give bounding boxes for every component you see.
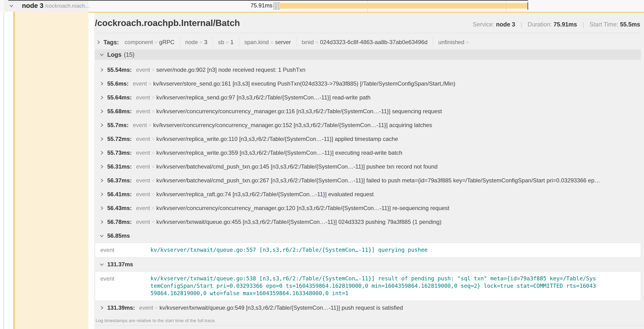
tag-item: sb=1	[218, 39, 234, 46]
tag-separator	[180, 38, 180, 47]
log-field-value: kv/kvserver/txnwait/queue.go:549 [n3,s3,…	[160, 304, 403, 311]
log-field-key: event	[95, 272, 150, 282]
chevron-right-icon[interactable]	[99, 192, 104, 197]
log-row[interactable]: 131.39ms:event=kv/kvserver/txnwait/queue…	[95, 301, 641, 315]
log-field-value: kv/kvserver/replica_raft.go:74 [n3,s3,r6…	[156, 191, 374, 198]
tag-equals: =	[315, 40, 318, 45]
tag-item: component=gRPC	[125, 39, 174, 46]
duration-label: Duration:	[528, 21, 552, 28]
log-field-key: event	[136, 218, 150, 225]
log-field-key: event	[136, 205, 150, 212]
log-timestamp: 55.7ms:	[107, 122, 128, 128]
tag-equals: =	[155, 40, 158, 45]
log-field-value: kv/kvserver/txnwait/queue.go:557 [n3,s3,…	[150, 243, 598, 254]
log-timestamp: 55.54ms:	[107, 66, 132, 73]
tag-value: 3	[204, 39, 207, 45]
chevron-right-icon[interactable]	[99, 164, 104, 169]
chevron-down-icon[interactable]	[99, 52, 104, 57]
log-row-expanded-header[interactable]: 131.37ms	[95, 258, 641, 271]
logs-list: 55.54ms:event=server/node.go:902 [n3] no…	[95, 63, 641, 323]
chevron-right-icon[interactable]	[99, 178, 104, 183]
tag-separator	[239, 38, 239, 47]
tag-equals: =	[270, 40, 274, 45]
tag-item: span.kind=server	[244, 39, 291, 46]
log-field-value: kv/kvserver/txnwait/queue.go:538 [n3,s3,…	[150, 272, 598, 297]
log-field-key: event	[133, 122, 147, 128]
log-equals: =	[152, 205, 154, 211]
chevron-right-icon[interactable]	[96, 40, 101, 45]
chevron-right-icon[interactable]	[99, 136, 104, 142]
log-timestamp: 56.31ms:	[107, 163, 132, 170]
log-field-value: kv/kvserver/txnwait/queue.go:455 [n3,s3,…	[156, 218, 442, 225]
log-field-key: event	[95, 243, 150, 254]
log-field-value: kv/kvserver/replica_send.go:97 [n3,s3,r6…	[156, 94, 370, 101]
tag-equals: =	[226, 40, 228, 45]
tag-item: unfinished=	[438, 39, 471, 46]
log-row[interactable]: 56.43ms:event=kv/kvserver/concurrency/co…	[95, 201, 641, 215]
log-row[interactable]: 55.6ms:event=kv/kvserver/store_send.go:1…	[95, 77, 641, 90]
tags-accordion[interactable]: Tags: component=gRPCnode=3sb=1span.kind=…	[95, 37, 470, 48]
log-row[interactable]: 56.31ms:event=kv/kvserver/batcheval/cmd_…	[95, 160, 641, 174]
chevron-right-icon[interactable]	[99, 122, 104, 128]
chevron-right-icon[interactable]	[99, 305, 104, 310]
tag-value: 1	[230, 39, 234, 45]
log-field-value: kv/kvserver/batcheval/cmd_push_txn.go:14…	[156, 163, 438, 170]
log-row[interactable]: 55.73ms:event=kv/kvserver/replica_write.…	[95, 146, 641, 160]
log-equals: =	[152, 136, 154, 142]
log-row[interactable]: 55.7ms:event=kv/kvserver/concurrency/con…	[95, 118, 641, 132]
chevron-down-icon[interactable]	[99, 262, 104, 267]
header-divider	[95, 33, 641, 33]
chevron-right-icon[interactable]	[99, 109, 104, 114]
log-equals: =	[152, 219, 154, 225]
log-row[interactable]: 56.37ms:event=kv/kvserver/batcheval/cmd_…	[95, 174, 641, 188]
log-detail-card: eventkv/kvserver/txnwait/queue.go:538 [n…	[95, 271, 641, 301]
log-row[interactable]: 55.64ms:event=kv/kvserver/replica_send.g…	[95, 90, 641, 104]
log-field-value: kv/kvserver/concurrency/concurrency_mana…	[156, 205, 450, 212]
tag-key: sb	[218, 39, 224, 45]
log-equals: =	[148, 81, 151, 86]
span-name-cell[interactable]: node 3 /cockroach.roach…	[4, 0, 88, 12]
log-field-value: kv/kvserver/batcheval/cmd_push_txn.go:26…	[156, 177, 600, 184]
log-field-key: event	[136, 150, 150, 156]
log-field-key: event	[136, 177, 150, 184]
logs-count: (15)	[124, 51, 134, 58]
span-operation-name[interactable]: /cockroach.roach…	[45, 3, 90, 9]
log-field-key: event	[136, 163, 150, 170]
chevron-right-icon[interactable]	[99, 219, 104, 224]
tags-list: component=gRPCnode=3sb=1span.kind=server…	[125, 38, 470, 47]
log-field-key: event	[139, 304, 153, 311]
span-name-column[interactable]	[15, 12, 88, 329]
log-row[interactable]: 56.41ms:event=kv/kvserver/replica_raft.g…	[95, 188, 641, 201]
log-row[interactable]: 56.78ms:event=kv/kvserver/txnwait/queue.…	[95, 215, 641, 229]
log-timestamp: 55.64ms:	[107, 94, 132, 101]
span-service-name[interactable]: node 3	[22, 2, 44, 10]
log-field-key: event	[136, 94, 150, 101]
span-detail-panel: /cockroach.roachpb.Internal/Batch Servic…	[94, 13, 644, 329]
chevron-right-icon[interactable]	[99, 206, 104, 211]
log-row[interactable]: 55.54ms:event=server/node.go:902 [n3] no…	[95, 63, 641, 77]
log-row[interactable]: 55.68ms:event=kv/kvserver/concurrency/co…	[95, 104, 641, 118]
log-field-value: kv/kvserver/concurrency/concurrency_mana…	[156, 108, 442, 115]
log-timestamp: 56.85ms	[107, 232, 130, 239]
chevron-down-icon[interactable]	[9, 3, 14, 8]
chevron-right-icon[interactable]	[99, 81, 104, 86]
log-detail-card: eventkv/kvserver/txnwait/queue.go:557 [n…	[95, 243, 641, 258]
chevron-down-icon[interactable]	[99, 233, 104, 238]
chevron-right-icon[interactable]	[99, 67, 104, 72]
log-timestamp: 56.41ms:	[107, 191, 132, 198]
log-row[interactable]: 55.72ms:event=kv/kvserver/replica_write.…	[95, 132, 641, 146]
log-field-value: server/node.go:902 [n3] node received re…	[156, 66, 306, 73]
tag-separator	[433, 38, 433, 47]
chevron-right-icon[interactable]	[99, 150, 104, 156]
tag-key: node	[185, 39, 198, 45]
log-row-expanded-header[interactable]: 56.85ms	[95, 229, 641, 243]
log-equals: =	[148, 122, 151, 128]
logs-accordion-header[interactable]: Logs (15)	[95, 49, 641, 60]
log-field-key: event	[136, 136, 150, 142]
log-timestamp: 131.37ms	[107, 261, 133, 268]
log-timestamp: 55.73ms:	[107, 150, 132, 156]
chevron-right-icon[interactable]	[99, 95, 104, 100]
span-duration-bar[interactable]	[279, 3, 528, 8]
trace-view: node 3 /cockroach.roach… 75.91ms /cockro…	[0, 0, 644, 329]
log-field-key: event	[133, 80, 147, 87]
